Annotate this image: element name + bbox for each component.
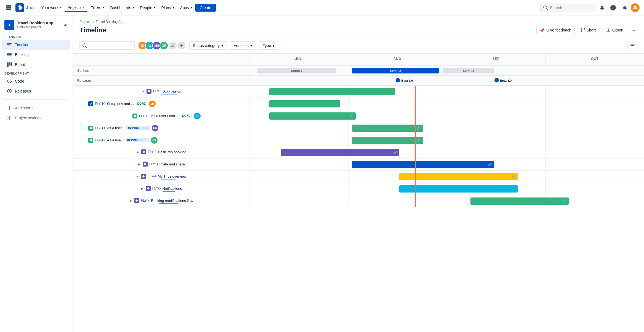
top-navigation: Jira Your work ▾ Projects ▾ Filters ▾ Da…: [0, 0, 644, 15]
fly3-gantt-bar[interactable]: 🔗: [352, 161, 494, 168]
svg-text:Jira: Jira: [26, 6, 34, 10]
filter-search-box[interactable]: [79, 41, 135, 50]
table-row[interactable]: ▶ FLY-7 Booking modifications flow: [73, 195, 249, 207]
collapse-button[interactable]: ▶: [129, 198, 133, 203]
month-sep: SEP: [447, 54, 546, 65]
fly10-gantt-bar[interactable]: [269, 100, 340, 107]
issue-id[interactable]: FLY-12: [95, 138, 105, 142]
assignee-avatar: JD: [149, 101, 156, 107]
table-row[interactable]: ▶ FLY-3 Invite and share: [73, 159, 249, 171]
nav-apps[interactable]: Apps ▾: [177, 4, 195, 12]
sidebar-item-code[interactable]: Code: [2, 76, 70, 86]
issue-name: As a use...: [107, 138, 124, 142]
fly12-gantt-bar[interactable]: 🔗: [352, 137, 423, 144]
story-icon: [88, 138, 93, 143]
collapse-button[interactable]: ▶: [136, 150, 140, 154]
breadcrumb-projects[interactable]: Projects: [79, 20, 91, 24]
issue-id[interactable]: FLY-1: [153, 89, 162, 93]
fly5-gantt-bar[interactable]: [399, 185, 518, 193]
issue-id[interactable]: FLY-13: [139, 114, 149, 118]
status-category-filter[interactable]: Status category ▾: [189, 41, 227, 50]
help-icon[interactable]: [609, 3, 618, 12]
assignee-avatar: KL: [194, 113, 201, 119]
fly13-gantt-bar[interactable]: 🔗: [269, 112, 356, 120]
versions-filter[interactable]: Versions ▾: [230, 41, 256, 50]
filter-search-input[interactable]: [87, 43, 131, 48]
fly11-gantt-bar[interactable]: 🔗: [352, 125, 423, 132]
svg-rect-26: [90, 139, 92, 141]
grid-icon[interactable]: [4, 3, 13, 12]
issue-id[interactable]: FLY-10: [95, 102, 105, 106]
timeline-container[interactable]: Sprints Releases ▾ FLY-1: [73, 54, 644, 332]
table-row[interactable]: FLY-13 As a user I can ... DONE KL: [73, 110, 249, 122]
create-button[interactable]: Create: [195, 4, 216, 12]
nav-projects[interactable]: Projects ▾: [65, 4, 87, 12]
beta2-label: Beta 2.0: [500, 79, 512, 82]
svg-rect-5: [10, 7, 11, 9]
table-row[interactable]: FLY-10 Setup dev and ... DONE JD: [73, 98, 249, 110]
export-icon: [606, 28, 611, 32]
add-shortcut-icon: [7, 105, 12, 111]
status-badge: DONE: [136, 102, 148, 106]
sidebar-add-shortcut[interactable]: Add shortcut: [2, 103, 70, 113]
issue-id[interactable]: FLY-2: [148, 150, 156, 154]
code-icon: [7, 78, 12, 84]
table-row[interactable]: FLY-12 As a use... IN PROGRESS OP: [73, 134, 249, 146]
issue-id[interactable]: FLY-5: [152, 186, 161, 190]
sprint-3-bar: Sprint 3: [443, 68, 494, 73]
nav-filters[interactable]: Filters ▾: [88, 4, 107, 12]
sidebar-item-timeline[interactable]: Timeline: [2, 40, 70, 50]
table-row[interactable]: ▾ FLY-1 App basics: [73, 86, 249, 98]
sidebar-item-board[interactable]: Board: [2, 60, 70, 70]
issue-id[interactable]: FLY-3: [149, 162, 158, 166]
add-avatar-button[interactable]: +: [177, 41, 186, 50]
collapse-button[interactable]: ▶: [140, 186, 145, 191]
svg-rect-4: [8, 7, 10, 9]
fly2-row-right: 🔗: [249, 146, 644, 159]
search-input[interactable]: [550, 6, 589, 10]
user-avatar[interactable]: JD: [631, 3, 640, 12]
svg-rect-7: [8, 9, 10, 10]
sidebar-collapse-button[interactable]: ◀: [62, 22, 68, 28]
avatar-4[interactable]: OP: [159, 41, 168, 50]
table-row[interactable]: ▶ FLY-2 Basic trip booking: [73, 146, 249, 159]
fly2-gantt-bar[interactable]: 🔗: [281, 149, 399, 156]
collapse-button[interactable]: ▶: [135, 174, 140, 178]
jira-logo[interactable]: Jira: [15, 3, 34, 12]
give-feedback-button[interactable]: 📣 Give feedback: [536, 26, 575, 34]
table-row[interactable]: ▶ FLY-5 Notifications: [73, 183, 249, 195]
issue-id[interactable]: FLY-4: [148, 174, 156, 178]
svg-rect-1: [8, 5, 10, 7]
svg-rect-3: [6, 7, 8, 9]
table-row[interactable]: FLY-11 As a user... IN PROGRESS MN: [73, 122, 249, 134]
filter-settings-button[interactable]: [627, 41, 637, 50]
nav-your-work[interactable]: Your work ▾: [39, 4, 64, 12]
share-button[interactable]: Share: [577, 26, 600, 34]
breadcrumb-app[interactable]: Travel Booking App: [96, 20, 124, 24]
issue-name: Notifications: [162, 186, 182, 191]
epic-icon: [141, 174, 146, 179]
nav-dashboards[interactable]: Dashboards ▾: [107, 4, 137, 12]
fly7-gantt-bar[interactable]: 🔗: [470, 197, 569, 205]
nav-people[interactable]: People ▾: [137, 4, 158, 12]
search-box[interactable]: [540, 4, 595, 12]
notifications-icon[interactable]: [598, 3, 606, 12]
epic-icon: [134, 198, 139, 203]
table-row[interactable]: ▶ FLY-4 My Trips overview: [73, 171, 249, 183]
nav-plans[interactable]: Plans ▾: [159, 4, 177, 12]
settings-icon[interactable]: [620, 3, 629, 12]
export-button[interactable]: Export: [603, 26, 627, 34]
issue-id[interactable]: FLY-11: [95, 126, 105, 130]
sidebar-item-backlog[interactable]: Backlog: [2, 50, 70, 60]
sidebar-project-settings[interactable]: Project settings: [2, 113, 70, 123]
avatar-placeholder[interactable]: [168, 41, 177, 50]
type-filter[interactable]: Type ▾: [259, 41, 278, 50]
more-options-button[interactable]: ···: [629, 26, 637, 34]
fly4-gantt-bar[interactable]: 🔗: [399, 173, 518, 180]
month-aug: AUG: [348, 54, 447, 65]
issue-id[interactable]: FLY-7: [141, 199, 150, 202]
collapse-button[interactable]: ▾: [141, 89, 145, 93]
collapse-button[interactable]: ▶: [137, 162, 142, 166]
sidebar-item-releases[interactable]: Releases: [2, 86, 70, 96]
fly1-gantt-bar[interactable]: [269, 88, 396, 95]
